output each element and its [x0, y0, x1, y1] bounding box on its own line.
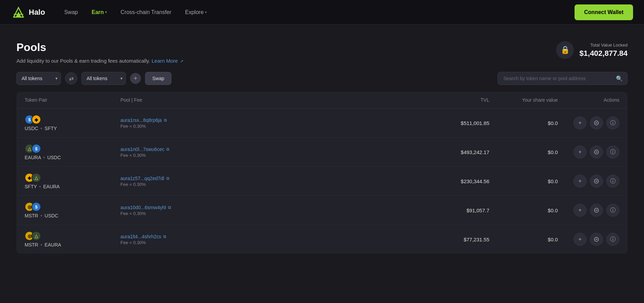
pool-svg-icon-2 [594, 178, 599, 184]
pool-svg-icon-4 [594, 237, 599, 242]
token2-icon-3: $ [31, 202, 41, 212]
token-icons-4: ◎ △ [25, 231, 120, 241]
logo-icon [11, 5, 26, 20]
token2-icon-1: $ [31, 144, 41, 153]
info-button-4[interactable]: ⓘ [606, 233, 619, 246]
search-wrapper: 🔍 [498, 72, 628, 85]
logo[interactable]: Halo [11, 5, 45, 20]
token2-icon-2: △ [31, 173, 41, 182]
copy-icon-0[interactable]: ⧉ [164, 118, 167, 123]
filters-bar: All tokens ⇄ All tokens + Swap 🔍 [16, 72, 628, 85]
copy-icon-4[interactable]: ⧉ [163, 234, 166, 239]
tvl-cell-0: $511,001.85 [421, 120, 489, 126]
copy-icon-3[interactable]: ⧉ [168, 205, 171, 210]
token2-icon-4: △ [31, 231, 41, 241]
token-icons-1: △ $ [25, 144, 120, 153]
tvl-info: Total Value Locked $1,402,877.84 [579, 42, 628, 58]
swap-filter-button[interactable]: Swap [145, 72, 171, 85]
pool-svg-icon-1 [594, 149, 599, 155]
token-pair-name-3: MSTR • USDC [25, 213, 120, 218]
copy-icon-2[interactable]: ⧉ [166, 176, 169, 181]
col-share: Your share value [489, 97, 558, 103]
pool-cell-0: aura1rsx...8q8rp6ja ⧉ Fee = 0.30% [120, 117, 421, 129]
pool-icon-button-3[interactable] [590, 204, 603, 217]
tvl-cell-3: $91,057.7 [421, 207, 489, 213]
share-cell-1: $0.0 [489, 149, 558, 155]
add-liquidity-button-0[interactable]: + [574, 116, 587, 129]
add-filter-button[interactable]: + [130, 73, 141, 84]
add-liquidity-button-2[interactable]: + [574, 175, 587, 188]
nav-earn[interactable]: Earn ▾ [86, 7, 113, 18]
info-button-0[interactable]: ⓘ [606, 116, 619, 129]
table-row: △ $ EAURA • USDC aura1n0l...7swu6cec ⧉ F… [16, 138, 628, 167]
pool-cell-4: aura1lt4...4shrh2cs ⧉ Fee = 0.30% [120, 234, 421, 245]
col-actions: Actions [558, 97, 619, 103]
add-liquidity-button-3[interactable]: + [574, 204, 587, 217]
token-dot-4: • [41, 242, 42, 248]
token1-filter-wrapper: All tokens [16, 72, 61, 85]
earn-chevron-icon: ▾ [105, 10, 107, 14]
token2-icon-0: ◈ [31, 115, 41, 124]
token-pair-cell-0: $ ◈ USDC • SFTY [25, 115, 120, 131]
pool-icon-button-1[interactable] [590, 146, 603, 159]
search-input[interactable] [498, 72, 628, 85]
col-pool-fee: Pool | Fee [120, 97, 421, 103]
add-liquidity-button-4[interactable]: + [574, 233, 587, 246]
pool-icon-button-2[interactable] [590, 175, 603, 188]
info-button-3[interactable]: ⓘ [606, 204, 619, 217]
pools-table: Token Pair Pool | Fee TVL Your share val… [16, 92, 628, 254]
share-cell-3: $0.0 [489, 207, 558, 213]
table-row: ◈ △ SFTY • EAURA aura1z57...qq2ed7dl ⧉ F… [16, 167, 628, 196]
pool-cell-3: aura10d0...6smw4yhl ⧉ Fee = 0.30% [120, 205, 421, 216]
page-subtitle: Add liquidity to our Pools & earn tradin… [16, 58, 183, 64]
actions-cell-0: + ⓘ [558, 116, 619, 129]
pool-address-1[interactable]: aura1n0l...7swu6cec ⧉ [120, 147, 421, 152]
info-button-2[interactable]: ⓘ [606, 175, 619, 188]
token1-filter[interactable]: All tokens [16, 72, 61, 85]
col-token-pair: Token Pair [25, 97, 120, 103]
token-icons-2: ◈ △ [25, 173, 120, 182]
pool-fee-4: Fee = 0.30% [120, 240, 421, 245]
pool-svg-icon-3 [594, 207, 599, 213]
table-row: $ ◈ USDC • SFTY aura1rsx...8q8rp6ja ⧉ Fe… [16, 109, 628, 138]
add-liquidity-button-1[interactable]: + [574, 146, 587, 159]
actions-cell-1: + ⓘ [558, 146, 619, 159]
navbar: Halo Swap Earn ▾ Cross-chain Transfer Ex… [0, 0, 644, 25]
actions-cell-4: + ⓘ [558, 233, 619, 246]
info-button-1[interactable]: ⓘ [606, 146, 619, 159]
token2-filter[interactable]: All tokens [81, 72, 126, 85]
tvl-label: Total Value Locked [579, 42, 628, 48]
share-cell-2: $0.0 [489, 178, 558, 184]
token-dot-3: • [41, 213, 42, 218]
nav-explore[interactable]: Explore ▾ [180, 7, 212, 18]
token-pair-name-4: MSTR • EAURA [25, 242, 120, 248]
page-header: Pools Add liquidity to our Pools & earn … [16, 41, 628, 64]
pool-icon-button-4[interactable] [590, 233, 603, 246]
pool-address-3[interactable]: aura10d0...6smw4yhl ⧉ [120, 205, 421, 210]
pool-fee-3: Fee = 0.30% [120, 211, 421, 216]
col-tvl: TVL [421, 97, 489, 103]
pool-address-4[interactable]: aura1lt4...4shrh2cs ⧉ [120, 234, 421, 239]
learn-more-link[interactable]: Learn More ↗ [152, 58, 183, 64]
table-body: $ ◈ USDC • SFTY aura1rsx...8q8rp6ja ⧉ Fe… [16, 109, 628, 254]
nav-swap[interactable]: Swap [59, 7, 83, 18]
pool-fee-2: Fee = 0.30% [120, 182, 421, 187]
swap-arrows-button[interactable]: ⇄ [65, 72, 77, 85]
table-header: Token Pair Pool | Fee TVL Your share val… [16, 92, 628, 109]
copy-icon-1[interactable]: ⧉ [166, 147, 169, 152]
pool-address-2[interactable]: aura1z57...qq2ed7dl ⧉ [120, 176, 421, 181]
logo-text: Halo [29, 8, 45, 17]
token-dot-2: • [39, 184, 41, 189]
token-dot-0: • [41, 126, 42, 131]
main-content: Pools Add liquidity to our Pools & earn … [0, 25, 644, 270]
tvl-lock-icon: 🔒 [556, 41, 574, 59]
nav-cross-chain[interactable]: Cross-chain Transfer [115, 7, 177, 18]
pool-icon-button-0[interactable] [590, 116, 603, 129]
connect-wallet-button[interactable]: Connect Wallet [575, 4, 633, 20]
token-pair-cell-3: ◎ $ MSTR • USDC [25, 202, 120, 218]
token-pair-name-0: USDC • SFTY [25, 126, 120, 131]
pool-address-0[interactable]: aura1rsx...8q8rp6ja ⧉ [120, 117, 421, 123]
share-cell-0: $0.0 [489, 120, 558, 126]
token-pair-name-1: EAURA • USDC [25, 155, 120, 160]
tvl-box: 🔒 Total Value Locked $1,402,877.84 [556, 41, 628, 59]
